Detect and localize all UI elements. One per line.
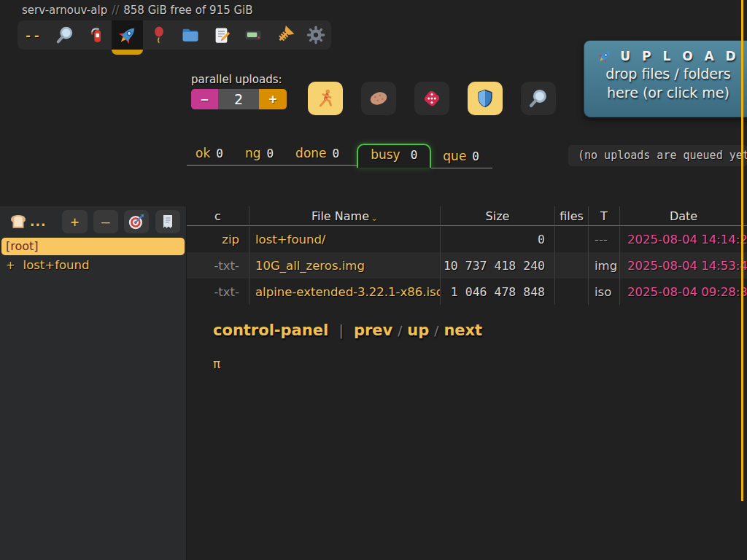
folder-icon: [180, 25, 201, 45]
search-icon: [55, 25, 75, 45]
memo-icon: [212, 26, 231, 45]
runner-icon: [314, 88, 336, 109]
tree-root-link[interactable]: [root]: [1, 238, 185, 255]
message-button[interactable]: [143, 20, 174, 50]
queue-status-note: (no uploads are queued yet): [568, 145, 747, 166]
tab-ng[interactable]: ng 0: [245, 146, 274, 160]
tab-ng-count: 0: [266, 147, 274, 160]
parallel-minus-button[interactable]: –: [191, 89, 218, 109]
tree-shrink-button[interactable]: –: [93, 210, 118, 233]
tree-grow-button[interactable]: +: [62, 210, 87, 233]
dice-toggle[interactable]: [414, 82, 449, 115]
tree-expander[interactable]: +: [6, 259, 15, 272]
col-header-size[interactable]: Size: [440, 206, 554, 226]
next-link[interactable]: next: [444, 322, 482, 339]
upload-state-tabs: ok 0 ng 0 done 0 busy 0 que 0: [187, 144, 492, 168]
scroll-icon: [159, 213, 177, 230]
new-doc-button[interactable]: [206, 20, 237, 50]
toggle-dotfiles-button[interactable]: --: [18, 20, 49, 50]
prev-link[interactable]: prev: [354, 322, 392, 339]
col-header-files[interactable]: files: [554, 206, 588, 226]
mkdir-button[interactable]: [174, 20, 206, 50]
tree-item-lost-found[interactable]: +lost+found: [0, 255, 186, 272]
file-date: 2025-08-04 14:14:22: [619, 226, 747, 252]
server-hostname: serv-arnouv-alp: [22, 4, 107, 17]
breadcrumb-ellipsis: ...: [30, 214, 46, 229]
potato-toggle[interactable]: [361, 82, 396, 115]
dice-icon: [421, 88, 443, 109]
txt-link: -txt-: [187, 252, 249, 279]
verify-toggle[interactable]: [468, 82, 503, 115]
file-link[interactable]: alpine-extended-3.22.1-x86.iso: [249, 279, 440, 305]
col-header-type[interactable]: T: [588, 206, 619, 226]
server-free-space: 858 GiB free of 915 GiB: [123, 4, 252, 17]
search-toggle[interactable]: [521, 82, 556, 115]
extinguisher-icon: [87, 26, 106, 44]
tab-ok-count: 0: [216, 147, 223, 160]
parallel-uploads-label: parallel uploads:: [191, 73, 282, 86]
file-link[interactable]: 10G_all_zeros.img: [249, 252, 440, 279]
table-row: zip lost+found/ 0 --- 2025-08-04 14:14:2…: [187, 226, 747, 252]
txt-link: -txt-: [187, 279, 249, 305]
pi-link[interactable]: π: [213, 357, 220, 371]
upload-dropzone[interactable]: U P L O A D drop files / folders here (o…: [584, 40, 747, 117]
active-tab-underline: [112, 50, 143, 55]
parallel-plus-button[interactable]: +: [259, 89, 287, 109]
col-header-name[interactable]: File Name⌄: [249, 206, 440, 226]
tab-ok[interactable]: ok 0: [196, 146, 223, 160]
tree-item-label: lost+found: [23, 258, 90, 272]
file-count: [554, 279, 588, 305]
upload-toggle-group: [308, 82, 556, 115]
tab-que-count: 0: [472, 149, 479, 163]
nav-bar-separator: |: [338, 322, 344, 339]
tab-done[interactable]: done 0: [295, 146, 339, 160]
upload-panel-title: U P L O A D: [620, 49, 739, 63]
breadcrumb-toggle-button[interactable]: ...: [7, 211, 46, 233]
tree-sidebar: ... + –: [0, 206, 187, 560]
parallel-value-field[interactable]: 2: [218, 89, 259, 109]
tree-docs-button[interactable]: [155, 210, 180, 233]
rocket-icon: [597, 48, 613, 64]
up-link[interactable]: up: [407, 322, 429, 339]
tab-done-count: 0: [333, 147, 340, 160]
dropzone-border: [741, 0, 743, 501]
upload-panel-line2: here (or click me): [584, 83, 747, 102]
media-button[interactable]: [268, 20, 300, 50]
file-link[interactable]: lost+found/: [249, 226, 440, 252]
tabs-right-segment: que 0: [431, 147, 492, 168]
sort-chevron-icon: ⌄: [371, 213, 378, 223]
tree-jump-button[interactable]: [124, 210, 149, 233]
unpost-button[interactable]: [80, 20, 112, 50]
tab-busy[interactable]: busy 0: [357, 144, 431, 168]
control-panel-link[interactable]: control-panel: [213, 322, 328, 339]
dashes-icon: --: [25, 28, 42, 42]
file-type: ---: [588, 226, 619, 252]
col-header-date[interactable]: Date: [619, 206, 747, 226]
file-date: 2025-08-04 14:53:44: [619, 252, 747, 279]
upload-tab-button[interactable]: [112, 20, 143, 50]
bread-icon: [7, 211, 29, 233]
file-table-header: c File Name⌄ Size files T Date: [187, 206, 747, 226]
file-table: c File Name⌄ Size files T Date zip lost+…: [187, 206, 747, 305]
tab-que[interactable]: que 0: [443, 149, 479, 163]
gear-icon: [306, 25, 326, 45]
main-toolbar: --: [18, 20, 331, 50]
tab-busy-count: 0: [411, 148, 418, 162]
trumpet-icon: [274, 25, 295, 45]
upload-panel-line1: drop files / folders: [584, 64, 747, 83]
file-size: 10 737 418 240: [440, 252, 554, 279]
nav-slash-separator: /: [434, 323, 438, 338]
pager-icon: [243, 25, 263, 45]
file-count: [554, 226, 588, 252]
table-row: -txt- alpine-extended-3.22.1-x86.iso 1 0…: [187, 279, 747, 305]
target-icon: [127, 212, 146, 231]
search-button[interactable]: [49, 20, 80, 50]
potato-icon: [367, 87, 390, 110]
multitask-toggle[interactable]: [308, 82, 343, 115]
zip-link[interactable]: zip: [187, 226, 249, 252]
tabs-left-segment: ok 0 ng 0 done 0: [187, 144, 357, 166]
settings-button[interactable]: [300, 20, 331, 50]
server-title: serv-arnouv-alp//858 GiB free of 915 GiB: [22, 4, 253, 17]
shell-button[interactable]: [237, 20, 268, 50]
col-header-c[interactable]: c: [187, 206, 249, 226]
